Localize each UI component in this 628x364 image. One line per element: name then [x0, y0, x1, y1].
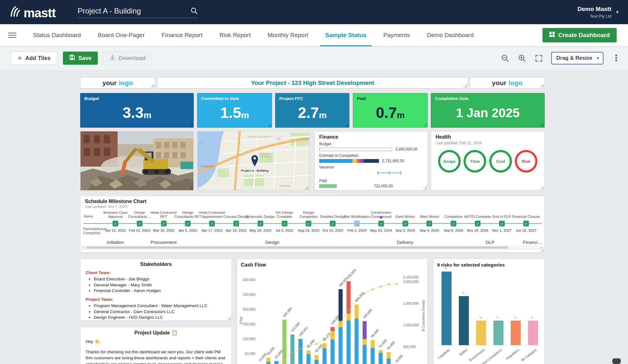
download-button[interactable]: Download: [103, 52, 152, 65]
milestone-marker[interactable]: [185, 221, 191, 226]
milestone-marker[interactable]: [403, 221, 408, 226]
add-tiles-button[interactable]: Add Tiles: [11, 52, 57, 65]
milestone-marker[interactable]: [137, 221, 142, 226]
svg-text:100,001: 100,001: [298, 326, 308, 337]
resize-handle[interactable]: [423, 185, 427, 190]
update-greeting: Hey 👋,: [86, 339, 226, 345]
more-options-icon[interactable]: [612, 54, 620, 63]
menu-icon[interactable]: [8, 31, 16, 39]
nav-tab[interactable]: Finance Report: [153, 24, 211, 46]
project-map[interactable]: 290 1 ke NORTH UNIVERSITY MUELL UNIVERSI…: [197, 131, 309, 190]
search-icon[interactable]: [191, 7, 198, 14]
milestone-marker[interactable]: [330, 221, 336, 226]
finance-title: Finance: [319, 134, 423, 140]
cash-flow-title: Cash Flow: [241, 262, 266, 268]
project-update-tile[interactable]: Project Update 📋 Hey 👋, Thanks for check…: [80, 327, 232, 364]
schedule-last-updated: Last updated: Nov 7, 2023: [85, 205, 540, 208]
fullscreen-icon[interactable]: [535, 54, 543, 62]
nav-tab[interactable]: Status Dashboard: [25, 24, 89, 46]
finance-tile[interactable]: Finance Budget 3,300,000.00 Estimate At …: [314, 131, 428, 190]
resize-handle[interactable]: [463, 83, 467, 87]
account-menu[interactable]: Demo Mastt Test Pty Ltd: [577, 6, 619, 19]
project-title-tile[interactable]: Your Project - 123 High Street Developme…: [157, 77, 468, 88]
health-tile[interactable]: Health Last updated: Feb 21, 2024 Scope …: [431, 131, 545, 190]
nav-tab[interactable]: Board One-Pager: [89, 24, 153, 46]
project-update-title: Project Update 📋: [86, 330, 226, 336]
map-tile[interactable]: 290 1 ke NORTH UNIVERSITY MUELL UNIVERSI…: [197, 131, 309, 190]
check-icon: [476, 221, 479, 226]
milestone-marker[interactable]: [475, 221, 481, 226]
health-indicator[interactable]: Risk: [515, 150, 537, 173]
svg-text:85,131: 85,131: [322, 331, 332, 341]
kpi-tile-completion-date[interactable]: Completion Date 1 Jan 2025: [431, 93, 545, 128]
schedule-milestone-tile[interactable]: Schedule Milestone Chart Last updated: N…: [80, 196, 545, 253]
stakeholder-item: General Manager - Mary Smith: [94, 282, 226, 288]
milestone-marker[interactable]: [282, 221, 287, 226]
milestone-marker[interactable]: [161, 221, 167, 226]
risks-title: 9 risks for selected categories: [437, 262, 505, 267]
milestone-marker[interactable]: [426, 221, 432, 226]
check-icon: [380, 221, 382, 226]
nav-tab[interactable]: Payments: [375, 24, 418, 46]
resize-handle[interactable]: [227, 316, 231, 320]
finance-budget-bar: [319, 147, 392, 151]
health-indicator[interactable]: Time: [464, 150, 486, 173]
stakeholders-tile[interactable]: Stakeholders Client Team: Board Executiv…: [80, 259, 232, 321]
kpi-tile-budget[interactable]: Budget 3.3m: [80, 93, 194, 128]
nav-tab[interactable]: Monthly Report: [259, 24, 317, 46]
nav-tab[interactable]: Sample Status: [317, 24, 375, 46]
kpi-tile-committed[interactable]: Committed to Date 1.5m: [197, 93, 272, 128]
schedule-scrollbar[interactable]: [81, 246, 543, 249]
client-team-list: Board Executive - Joe BloggsGeneral Mana…: [94, 276, 226, 294]
account-name: Demo Mastt: [577, 6, 611, 13]
milestone-marker[interactable]: [523, 221, 529, 226]
svg-text:55,000: 55,000: [386, 340, 396, 350]
svg-text:216,500: 216,500: [354, 291, 365, 302]
stakeholder-item: General Contractor - Dam Contractors LLC: [94, 309, 226, 315]
svg-text:2: 2: [461, 291, 465, 295]
milestone-marker[interactable]: [113, 221, 118, 226]
milestone-marker[interactable]: [233, 221, 239, 226]
eac-segment: [353, 159, 357, 163]
phase-label: Initiation: [107, 240, 124, 245]
milestone-marker[interactable]: [306, 221, 311, 226]
resize-handle[interactable]: [540, 83, 544, 87]
kpi-tile-ffc[interactable]: Project FFC 2.7m: [275, 93, 349, 128]
check-icon: [428, 221, 431, 226]
resize-handle[interactable]: [540, 185, 544, 190]
logo-tile-left[interactable]: your logo: [80, 77, 155, 88]
check-icon: [404, 221, 407, 226]
project-search-input[interactable]: [78, 7, 191, 15]
cash-flow-tile[interactable]: Cash Flow 300,000250,000200,000150,00010…: [237, 259, 428, 364]
health-indicator[interactable]: Scope: [438, 150, 461, 173]
milestone-marker[interactable]: [499, 221, 505, 226]
milestone-marker[interactable]: [209, 221, 215, 226]
milestone-marker[interactable]: [354, 221, 360, 226]
scrollbar-thumb[interactable]: [86, 246, 508, 249]
mode-select[interactable]: Drag & Resize: [551, 52, 603, 64]
milestone-marker[interactable]: [258, 221, 263, 226]
save-button[interactable]: Save: [63, 52, 98, 65]
nav-tab[interactable]: Demo Dashboard: [418, 24, 482, 46]
create-dashboard-button[interactable]: Create Dashboard: [542, 28, 617, 42]
risks-tile[interactable]: 9 risks for selected categories 3Capabil…: [433, 259, 545, 364]
eac-segment: [360, 159, 363, 163]
kpi-value: 0.7m: [353, 98, 427, 127]
zoom-in-icon[interactable]: [518, 54, 526, 63]
milestone-marker[interactable]: [378, 221, 384, 226]
site-photo-tile[interactable]: [80, 131, 194, 190]
scroll-left-icon[interactable]: [83, 246, 84, 249]
logo-tile-right[interactable]: your logo: [470, 77, 545, 88]
scroll-right-icon[interactable]: [541, 246, 542, 249]
map-marker-label: Project A - Building: [241, 169, 269, 172]
milestone-marker[interactable]: [451, 221, 456, 226]
resize-handle[interactable]: [150, 83, 154, 87]
health-indicator[interactable]: Cost: [489, 150, 512, 173]
scrollbar-thumb[interactable]: [612, 358, 621, 364]
zoom-out-icon[interactable]: [501, 54, 509, 63]
nav-tab[interactable]: Risk Report: [211, 24, 259, 46]
map-label-lake: ke: [200, 141, 203, 144]
mastt-logo[interactable]: mastt: [10, 6, 56, 19]
kpi-tile-paid[interactable]: Paid 0.7m: [353, 93, 428, 128]
phase-label: Financi...: [523, 240, 542, 245]
